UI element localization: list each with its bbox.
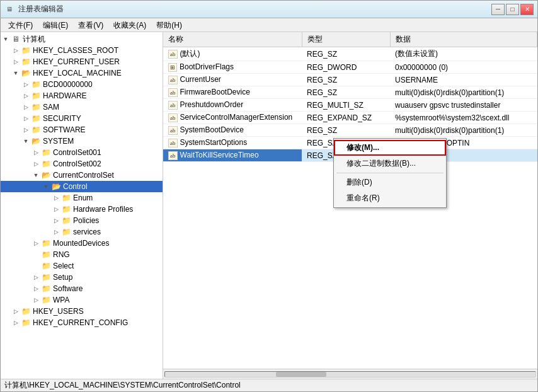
tree-item-sam[interactable]: ▷ 📁 SAM (1, 101, 163, 113)
folder-icon: 📂 (21, 69, 31, 78)
folder-icon: 📁 (41, 148, 51, 157)
menu-view[interactable]: 查看(V) (73, 20, 108, 30)
tree-item-policies[interactable]: ▷ 📁 Policies (1, 215, 163, 226)
expand-icon: ▷ (31, 284, 41, 294)
menu-help[interactable]: 帮助(H) (151, 20, 187, 30)
tree-item-software[interactable]: ▷ 📁 SOFTWARE (1, 124, 163, 135)
tree-item-security[interactable]: ▷ 📁 SECURITY (1, 113, 163, 124)
table-row[interactable]: abCurrentUserREG_SZUSERNAME (163, 74, 537, 86)
tree-item-currentcontrolset[interactable]: ▼ 📂 CurrentControlSet (1, 170, 163, 181)
folder-icon: 📁 (31, 125, 41, 134)
tree-item-mounteddevices[interactable]: ▷ 📁 MountedDevices (1, 238, 163, 249)
scroll-thumb[interactable] (276, 372, 326, 377)
folder-icon: 📁 (41, 262, 51, 270)
table-row[interactable]: abFirmwareBootDeviceREG_SZmulti(0)disk(0… (163, 86, 537, 99)
tree-label: RNG (53, 250, 70, 259)
menu-edit[interactable]: 编辑(E) (38, 20, 73, 30)
close-button[interactable]: ✕ (520, 4, 534, 15)
tree-item-hardware[interactable]: ▷ 📁 HARDWARE (1, 90, 163, 101)
col-header-type[interactable]: 类型 (302, 32, 390, 47)
regedit-window: 🖥 注册表编辑器 ─ □ ✕ 文件(F) 编辑(E) 查看(V) 收藏夹(A) … (0, 0, 538, 392)
tree-item-hwprofiles[interactable]: ▷ 📁 Hardware Profiles (1, 204, 163, 215)
ctx-item-delete[interactable]: 删除(D) (334, 175, 446, 190)
tree-item-controlset001[interactable]: ▷ 📁 ControlSet001 (1, 147, 163, 158)
value-type-icon: ab (168, 126, 178, 135)
col-header-name[interactable]: 名称 (163, 32, 302, 47)
folder-icon: 📁 (41, 159, 51, 168)
cell-data: multi(0)disk(0)rdisk(0)partition(1) (390, 124, 537, 137)
expand-icon: ▷ (51, 193, 61, 203)
computer-icon: 🖥 (11, 35, 21, 43)
expand-icon: ▷ (51, 227, 61, 237)
expand-icon: ▷ (31, 295, 41, 305)
tree-item-hkcu[interactable]: ▷ 📁 HKEY_CURRENT_USER (1, 56, 163, 67)
expand-icon: ▷ (21, 113, 31, 124)
scroll-track (164, 371, 536, 378)
value-type-icon: ab (168, 88, 178, 97)
expand-icon: ▷ (31, 261, 41, 271)
registry-tree[interactable]: ▼ 🖥 计算机 ▷ 📁 HKEY_CLASSES_ROOT ▷ 📁 HKEY_C… (1, 32, 163, 379)
tree-item-select[interactable]: ▷ 📁 Select (1, 260, 163, 272)
tree-item-setup[interactable]: ▷ 📁 Setup (1, 272, 163, 283)
expand-icon: ▷ (31, 272, 41, 282)
cell-data: USERNAME (390, 74, 537, 86)
tree-label: HARDWARE (43, 91, 87, 100)
menu-file[interactable]: 文件(F) (3, 20, 38, 30)
folder-icon: 📁 (41, 250, 51, 259)
tree-label: Control (63, 182, 88, 191)
cell-name: abWaitToKillServiceTimeo (163, 149, 302, 162)
menu-favorites[interactable]: 收藏夹(A) (108, 20, 151, 30)
title-bar: 🖥 注册表编辑器 ─ □ ✕ (1, 1, 537, 18)
table-row[interactable]: abPreshutdownOrderREG_MULTI_SZwuauserv g… (163, 99, 537, 112)
ctx-item-modify[interactable]: 修改(M)... (334, 140, 446, 156)
value-type-icon: ⊞ (168, 63, 177, 72)
folder-icon: 📁 (21, 46, 31, 55)
tree-item-system[interactable]: ▼ 📂 SYSTEM (1, 135, 163, 147)
maximize-button[interactable]: □ (506, 4, 519, 15)
tree-item-wpa[interactable]: ▷ 📁 WPA (1, 294, 163, 306)
cell-name: abServiceControlManagerExtension (163, 112, 302, 124)
expand-icon: ▷ (11, 306, 21, 316)
tree-item-rng[interactable]: ▷ 📁 RNG (1, 249, 163, 260)
value-type-icon: ab (168, 113, 178, 122)
col-header-data[interactable]: 数据 (390, 32, 537, 47)
cell-name: abPreshutdownOrder (163, 99, 302, 112)
main-area: ▼ 🖥 计算机 ▷ 📁 HKEY_CLASSES_ROOT ▷ 📁 HKEY_C… (1, 32, 537, 379)
expand-icon: ▷ (21, 125, 31, 135)
expand-icon: ▼ (21, 136, 31, 146)
ctx-item-rename[interactable]: 重命名(R) (334, 190, 446, 206)
tree-item-hkcr[interactable]: ▷ 📁 HKEY_CLASSES_ROOT (1, 45, 163, 56)
expand-icon: ▷ (31, 250, 41, 260)
folder-icon: 📁 (21, 57, 31, 66)
tree-label: SECURITY (43, 114, 81, 123)
tree-item-control[interactable]: ▼ 📂 Control (1, 181, 163, 192)
table-row[interactable]: ab(默认)REG_SZ(数值未设置) (163, 47, 537, 61)
tree-item-controlset002[interactable]: ▷ 📁 ControlSet002 (1, 158, 163, 170)
folder-icon: 📂 (41, 171, 51, 180)
ctx-item-modify-binary[interactable]: 修改二进制数据(B)... (334, 156, 446, 171)
minimize-button[interactable]: ─ (491, 4, 505, 15)
cell-data: 0x00000000 (0) (390, 61, 537, 74)
tree-item-software-sys[interactable]: ▷ 📁 Software (1, 283, 163, 294)
tree-item-hklm[interactable]: ▼ 📂 HKEY_LOCAL_MACHINE (1, 67, 163, 79)
tree-item-services[interactable]: ▷ 📁 services (1, 226, 163, 238)
folder-icon: 📁 (61, 193, 71, 202)
tree-item-hkcc[interactable]: ▷ 📁 HKEY_CURRENT_CONFIG (1, 317, 163, 328)
tree-item-enum[interactable]: ▷ 📁 Enum (1, 192, 163, 204)
tree-item-bcd[interactable]: ▷ 📁 BCD00000000 (1, 79, 163, 90)
tree-label: services (73, 228, 101, 236)
table-row[interactable]: abSystemBootDeviceREG_SZmulti(0)disk(0)r… (163, 124, 537, 137)
expand-icon: ▼ (11, 68, 21, 78)
cell-name: abFirmwareBootDevice (163, 86, 302, 99)
registry-values-panel: 名称 类型 数据 ab(默认)REG_SZ(数值未设置)⊞BootDriverF… (163, 32, 537, 379)
table-row[interactable]: ⊞BootDriverFlagsREG_DWORD0x00000000 (0) (163, 61, 537, 74)
table-row[interactable]: abServiceControlManagerExtensionREG_EXPA… (163, 112, 537, 124)
tree-item-computer[interactable]: ▼ 🖥 计算机 (1, 33, 163, 45)
tree-item-hku[interactable]: ▷ 📁 HKEY_USERS (1, 306, 163, 317)
horizontal-scrollbar[interactable] (163, 369, 537, 379)
folder-icon: 📂 (51, 182, 61, 191)
cell-type: REG_MULTI_SZ (302, 99, 390, 112)
cell-name: abCurrentUser (163, 74, 302, 86)
value-type-icon: ab (168, 101, 178, 110)
cell-type: REG_SZ (302, 124, 390, 137)
